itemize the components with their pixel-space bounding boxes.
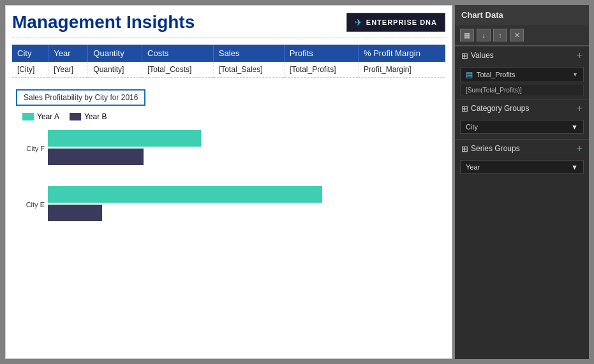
values-section-header: ⊞ Values + [455,46,589,64]
col-costs: Costs [142,45,214,62]
values-field-sub: [Sum(Total_Profits)] [460,85,584,96]
series-field-name: Year [466,163,480,171]
col-quantity: Quantity [88,45,142,62]
cell-year: [Year] [48,62,88,78]
arrow-up-icon: ↑ [498,31,502,39]
category-add-button[interactable]: + [577,103,583,113]
grid-icon-button[interactable]: ▦ [460,29,474,41]
series-section-label: Series Groups [471,144,577,153]
values-section-icon: ⊞ [461,51,468,61]
logo-icon: ✈ [355,17,362,27]
move-up-button[interactable]: ↑ [493,29,507,41]
values-section-label: Values [471,51,577,60]
values-dropdown-arrow: ▼ [572,71,578,78]
col-profits: Profits [284,45,358,62]
category-section-header: ⊞ Category Groups + [455,99,589,117]
category-section-icon: ⊞ [461,104,468,113]
bar-fill-city-e-year-b [48,205,102,221]
bar-fill-city-f-year-b [48,149,144,165]
cell-profits: [Total_Profits] [284,62,358,78]
bar-label-city-f: City F [13,145,45,152]
sidebar-header: Chart Data [455,5,589,25]
logo-box: ✈ ENTERPRISE DNA [346,13,445,32]
series-section-header: ⊞ Series Groups + [455,139,589,157]
col-sales: Sales [213,45,284,62]
chart-title: Sales Profitability by City for 2016 [16,89,145,106]
sidebar-toolbar: ▦ ↓ ↑ ✕ [455,25,589,46]
legend-label-year-b: Year B [84,112,107,121]
values-field-name: Total_Profits [477,71,516,78]
table-header-row: City Year Quantity Costs Sales Profits %… [12,45,445,62]
values-field[interactable]: ▤ Total_Profits ▼ [460,67,584,82]
bar-city-f-year-b [48,149,442,165]
legend-label-year-a: Year A [37,112,59,121]
logo-text: ENTERPRISE DNA [366,18,437,26]
category-dropdown-arrow: ▼ [571,123,578,131]
main-area: Management Insights ✈ ENTERPRISE DNA Cit… [5,5,452,359]
category-section-label: Category Groups [471,104,577,113]
series-section: ⊞ Series Groups + Year ▼ [455,139,589,179]
page-title: Management Insights [12,12,195,33]
series-dropdown-arrow: ▼ [571,163,578,171]
cell-sales: [Total_Sales] [213,62,284,78]
cell-city: [City] [12,62,48,78]
category-field-name: City [466,123,478,131]
data-table: City Year Quantity Costs Sales Profits %… [12,45,445,78]
bar-chart: City F City E [48,130,442,296]
grid-icon: ▦ [464,31,470,40]
category-dropdown[interactable]: City ▼ [460,120,584,134]
arrow-down-icon: ↓ [482,31,486,39]
bar-label-city-e: City E [13,201,45,208]
bar-fill-city-e-year-a [48,186,322,203]
delete-button[interactable]: ✕ [510,29,524,41]
bar-city-e-year-b [48,205,442,221]
legend-year-a: Year A [22,112,59,121]
series-section-icon: ⊞ [461,144,468,154]
cell-margin: Profit_Margin] [359,62,446,78]
bar-fill-city-f-year-a [48,130,201,147]
category-section: ⊞ Category Groups + City ▼ [455,99,589,139]
table-row: [City] [Year] Quantity] [Total_Costs] [T… [12,62,445,78]
table-icon: ▤ [466,70,473,79]
col-city: City [12,45,48,62]
bar-city-f-year-a [48,130,442,147]
col-year: Year [48,45,88,62]
header: Management Insights ✈ ENTERPRISE DNA [12,12,445,38]
bar-group-city-e: City E [48,186,442,223]
cell-costs: [Total_Costs] [142,62,214,78]
series-add-button[interactable]: + [577,143,583,154]
values-section: ⊞ Values + ▤ Total_Profits ▼ [Sum(Total_… [455,46,589,99]
chart-legend: Year A Year B [22,112,442,121]
delete-icon: ✕ [514,31,520,40]
sidebar: Chart Data ▦ ↓ ↑ ✕ ⊞ Values + ▤ Total_Pr… [455,5,589,359]
col-profit-margin: % Profit Margin [359,45,446,62]
bar-city-e-year-a [48,186,442,203]
move-down-button[interactable]: ↓ [477,29,491,41]
legend-swatch-year-b [70,113,81,120]
series-dropdown[interactable]: Year ▼ [460,160,584,174]
values-add-button[interactable]: + [577,50,583,61]
legend-swatch-year-a [22,113,34,120]
cell-quantity: Quantity] [88,62,142,78]
chart-container: Sales Profitability by City for 2016 Yea… [12,85,445,352]
bar-group-city-f: City F [48,130,442,167]
legend-year-b: Year B [70,112,107,121]
